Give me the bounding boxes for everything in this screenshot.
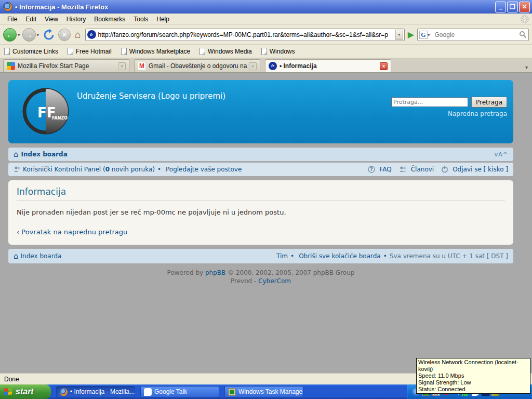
members-icon — [399, 166, 407, 173]
restore-button[interactable]: ❐ — [507, 2, 518, 12]
window-title: • Informacija - Mozilla Firefox — [15, 3, 495, 11]
start-button[interactable]: start — [0, 384, 51, 399]
tab-gmail[interactable]: M Gmail - Obaveštenje o odgovoru na te..… — [134, 59, 260, 72]
advanced-search-link[interactable]: Napredna pretraga — [448, 110, 507, 117]
page-icon — [68, 48, 73, 55]
information-panel: Informacija Nije pronađen nijedan post j… — [8, 180, 513, 245]
menu-tools[interactable]: Tools — [129, 15, 152, 24]
status-text: Done — [4, 376, 19, 383]
breadcrumb-bar: ⌂ Index boarda vA^ — [8, 148, 513, 161]
font-larger-icon[interactable]: ^ — [503, 151, 508, 158]
task-manager-icon — [228, 388, 236, 396]
fanzo-favicon: fr — [269, 62, 277, 70]
throbber-icon — [521, 15, 529, 23]
home-icon: ⌂ — [14, 150, 19, 158]
go-button[interactable]: ▶ — [408, 30, 414, 39]
breadcrumb-index-boarda[interactable]: Index boarda — [21, 151, 68, 158]
forum-search-button[interactable]: Pretraga — [471, 97, 507, 108]
forward-button[interactable]: → — [22, 28, 36, 42]
bookmark-windows-marketplace[interactable]: Windows Marketplace — [121, 48, 190, 55]
font-size-widget[interactable]: vA^ — [495, 151, 508, 158]
page-icon — [121, 48, 127, 55]
forum-search-input[interactable] — [393, 99, 469, 105]
desktop-screen: • Informacija - Mozilla Firefox _ ❐ ✕ Fi… — [0, 0, 532, 399]
members-link[interactable]: Članovi — [411, 166, 434, 173]
forum-search-area: Pretraga — [391, 97, 507, 108]
tab-close-icon[interactable]: x — [380, 62, 388, 70]
window-titlebar: • Informacija - Mozilla Firefox _ ❐ ✕ — [0, 0, 532, 14]
bookmarks-toolbar: Customize Links Free Hotmail Windows Mar… — [0, 45, 532, 58]
menu-file[interactable]: File — [3, 15, 21, 24]
page-icon — [200, 48, 205, 55]
user-panel-bar: Korisnički Kontrolni Panel (0 novih poru… — [8, 163, 513, 176]
svg-text:F: F — [37, 105, 47, 121]
firefox-icon — [3, 2, 12, 11]
tab-list-dropdown-icon[interactable]: ▾ — [525, 64, 530, 72]
bookmark-free-hotmail[interactable]: Free Hotmail — [68, 48, 112, 55]
view-your-posts-link[interactable]: Pogledajte vaše postove — [166, 166, 242, 173]
faq-icon: ? — [368, 166, 375, 173]
menu-view[interactable]: View — [41, 15, 62, 24]
faq-link[interactable]: FAQ — [379, 166, 391, 173]
menu-history[interactable]: History — [62, 15, 90, 24]
page-content: F F FANZO Udruženje Servisera (Logo u pr… — [0, 73, 532, 373]
footer-index-boarda[interactable]: Index boarda — [21, 252, 62, 260]
back-button[interactable]: ← — [3, 28, 17, 42]
tab-firefox-start-page[interactable]: Mozilla Firefox Start Page x — [3, 59, 129, 72]
stop-button[interactable]: ✕ — [58, 29, 71, 41]
tab-informacija[interactable]: fr • Informacija x — [265, 59, 391, 72]
delete-cookies-link[interactable]: Obriši sve kolačiće boarda — [299, 252, 381, 260]
logout-link[interactable]: Odjavi se [ kisko ] — [453, 166, 508, 173]
task-firefox[interactable]: • Informacija - Mozilla... — [56, 386, 135, 397]
google-engine-icon[interactable]: G — [419, 31, 428, 39]
task-task-manager[interactable]: Windows Task Manager — [224, 386, 303, 397]
minimize-button[interactable]: _ — [495, 2, 506, 12]
close-button[interactable]: ✕ — [519, 2, 530, 12]
reload-button[interactable] — [43, 29, 55, 41]
timezone-text: Sva vremena su u UTC + 1 sat [ DST ] — [390, 252, 508, 260]
logout-icon — [441, 166, 448, 173]
forum-header: F F FANZO Udruženje Servisera (Logo u pr… — [8, 80, 513, 143]
cybercom-link[interactable]: CyberCom — [258, 277, 291, 285]
firefox-icon — [60, 388, 68, 396]
forum-page: F F FANZO Udruženje Servisera (Logo u pr… — [8, 80, 513, 285]
url-history-dropdown[interactable]: ▾ — [395, 30, 403, 40]
home-icon: ⌂ — [14, 252, 19, 260]
user-icon — [14, 166, 21, 173]
menu-edit[interactable]: Edit — [21, 15, 41, 24]
copyright: Powered by phpBB © 2000, 2002, 2005, 200… — [8, 269, 513, 285]
web-search-input[interactable] — [432, 31, 519, 38]
back-to-search-link[interactable]: ‹ Povratak na naprednu pretragu — [17, 228, 127, 236]
engine-dropdown-icon[interactable]: ▾ — [428, 32, 430, 37]
info-message: Nije pronađen nijedan post jer se reč mp… — [17, 208, 505, 216]
tab-close-icon[interactable]: x — [118, 62, 126, 70]
windows-flag-icon — [4, 388, 12, 396]
page-icon — [261, 48, 267, 55]
menu-bar: File Edit View History Bookmarks Tools H… — [0, 14, 532, 25]
bookmark-windows[interactable]: Windows — [261, 48, 295, 55]
wireless-tooltip: Wireless Network Connection (localnet-ko… — [416, 358, 530, 394]
ucp-link[interactable]: Korisnički Kontrolni Panel (0 novih poru… — [23, 166, 155, 173]
phpbb-link[interactable]: phpBB — [205, 269, 225, 276]
svg-text:?: ? — [370, 167, 373, 172]
fanzo-logo[interactable]: F F FANZO — [22, 87, 70, 135]
bookmark-windows-media[interactable]: Windows Media — [200, 48, 252, 55]
home-button[interactable]: ⌂ — [75, 29, 81, 41]
start-page-icon — [7, 62, 15, 70]
tooltip-speed: Speed: 11.0 Mbps — [418, 373, 528, 379]
forward-dropdown-icon[interactable]: ▾ — [37, 32, 39, 37]
task-google-talk[interactable]: Google Talk — [140, 386, 219, 397]
menu-help[interactable]: Help — [152, 15, 174, 24]
navigation-toolbar: ← ▾ → ▾ ✕ ⌂ fr ▾ ▶ G ▾ — [0, 25, 532, 45]
search-magnifier-icon[interactable] — [519, 31, 527, 38]
menu-bookmarks[interactable]: Bookmarks — [90, 15, 129, 24]
gmail-icon: M — [138, 62, 146, 70]
page-icon — [4, 48, 10, 55]
bookmark-customize-links[interactable]: Customize Links — [4, 48, 58, 55]
team-link[interactable]: Tim — [276, 252, 288, 260]
footer-bar: ⌂ Index boarda Tim • Obriši sve kolačiće… — [8, 249, 513, 263]
url-input[interactable] — [98, 31, 395, 38]
back-dropdown-icon[interactable]: ▾ — [18, 32, 20, 37]
svg-text:FANZO: FANZO — [52, 116, 68, 121]
tab-close-icon[interactable]: x — [249, 62, 257, 70]
